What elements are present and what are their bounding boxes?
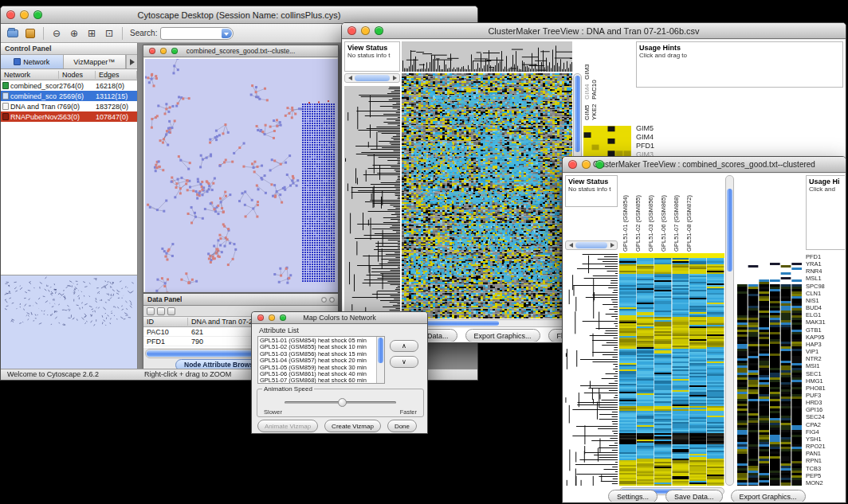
scrollbar-thumb[interactable]: [378, 338, 383, 363]
scrollbar-thumb[interactable]: [575, 242, 607, 248]
gene-label[interactable]: TCB3: [806, 465, 845, 472]
zoom-in-icon[interactable]: ⊕: [67, 26, 81, 41]
cluster-gene-label[interactable]: GIM4: [636, 133, 681, 142]
gene-label[interactable]: MON2: [806, 479, 845, 486]
gene-label[interactable]: MSI1: [806, 362, 845, 369]
gene-label[interactable]: FIG4: [806, 428, 845, 436]
gene-label[interactable]: BUD4: [806, 304, 845, 311]
control-panel-tab[interactable]: Network: [1, 55, 64, 68]
close-icon[interactable]: [257, 315, 264, 321]
minimize-icon[interactable]: [160, 48, 167, 54]
id-column-header[interactable]: ID: [143, 318, 188, 326]
gene-label[interactable]: GPI16: [806, 406, 845, 413]
network-table-header[interactable]: Edges: [96, 71, 137, 79]
heatmap-canvas[interactable]: [402, 73, 572, 318]
select-attributes-icon[interactable]: [147, 307, 155, 315]
gene-label[interactable]: HRD3: [806, 399, 845, 406]
attribute-list[interactable]: GPL51-01 (GSM854) heat shock 05 minGPL51…: [257, 336, 385, 384]
open-session-icon[interactable]: [6, 26, 20, 41]
column-header-label[interactable]: GPL51-06 (GSM865): [660, 195, 667, 252]
scrollbar-thumb[interactable]: [727, 189, 732, 272]
slider-knob[interactable]: [338, 398, 347, 407]
minimize-icon[interactable]: [20, 10, 29, 19]
gene-label[interactable]: HAP3: [806, 341, 845, 348]
scroll-right-icon[interactable]: [391, 74, 399, 82]
gene-label[interactable]: PFD1: [806, 253, 845, 260]
scroll-left-icon[interactable]: [566, 241, 575, 249]
scrollbar-thumb[interactable]: [355, 75, 390, 81]
dialog-button[interactable]: Animate Vizmap: [257, 420, 318, 432]
network-overview-canvas[interactable]: [1, 275, 136, 368]
gene-label[interactable]: ELG1: [806, 311, 845, 318]
tab-overflow-icon[interactable]: [126, 55, 137, 68]
main-titlebar[interactable]: Cytoscape Desktop (Session Name: collins…: [1, 6, 477, 24]
gene-label[interactable]: YKE2: [591, 104, 598, 120]
close-icon[interactable]: [6, 10, 15, 19]
animation-speed-slider[interactable]: [285, 397, 396, 407]
column-header-label[interactable]: GPL51-03 (GSM856): [647, 195, 654, 252]
gene-label[interactable]: PAC10: [591, 80, 598, 100]
gene-label[interactable]: RNR4: [806, 268, 845, 275]
minimize-icon[interactable]: [269, 315, 275, 321]
gene-label[interactable]: GIM3: [583, 64, 591, 80]
float-panel-icon[interactable]: [321, 297, 327, 303]
treeview1-titlebar[interactable]: ClusterMaker TreeView : DNA and Tran 07-…: [342, 23, 846, 39]
search-input[interactable]: [160, 27, 234, 40]
column-header-label[interactable]: GPL51-02 (GSM855): [634, 195, 642, 252]
selection-heatmap-canvas[interactable]: [737, 263, 803, 486]
treeview2-titlebar[interactable]: ClusterMaker TreeView : combined_scores_…: [563, 157, 846, 173]
gene-label[interactable]: GIM4: [583, 84, 591, 100]
treeview-button[interactable]: Save Data...: [665, 490, 723, 502]
network-canvas[interactable]: [145, 59, 338, 292]
scrollbar-thumb[interactable]: [147, 350, 257, 357]
gene-label[interactable]: YSH1: [806, 436, 845, 443]
cluster-gene-label[interactable]: PFD1: [636, 142, 681, 150]
row-dendrogram-canvas[interactable]: [565, 253, 618, 486]
gene-label[interactable]: YRA1: [806, 260, 845, 268]
gene-label[interactable]: KAP95: [806, 334, 845, 341]
dialog-button[interactable]: Done: [387, 420, 417, 432]
gene-label[interactable]: VIP1: [806, 348, 845, 355]
network-row[interactable]: DNA and Tran 07 769(0) 183728(0): [1, 101, 137, 111]
column-header-label[interactable]: GPL51-01 (GSM854): [622, 195, 629, 252]
gene-label[interactable]: NTR2: [806, 355, 845, 362]
gene-label[interactable]: PUF3: [806, 392, 845, 399]
gene-label[interactable]: NIS1: [806, 297, 845, 304]
column-header-label[interactable]: GPL51-07 (GSM868): [673, 195, 680, 252]
close-icon[interactable]: [149, 48, 155, 54]
network-row[interactable]: combined_sco 2569(6) 13112(15): [1, 91, 137, 101]
gene-label[interactable]: PAN1: [806, 450, 845, 457]
scroll-left-icon[interactable]: [345, 74, 354, 82]
maximize-icon[interactable]: [595, 160, 604, 169]
heatmap-canvas[interactable]: [619, 253, 724, 486]
attribute-item[interactable]: GPL51-07 (GSM868) heat shock 60 min: [260, 377, 376, 383]
gene-label[interactable]: SEC1: [806, 370, 845, 377]
dialog-titlebar[interactable]: Map Colors to Network: [252, 312, 427, 324]
gene-label[interactable]: CLN1: [806, 290, 845, 297]
close-icon[interactable]: [568, 160, 577, 169]
minimize-icon[interactable]: [582, 160, 591, 169]
network-view-titlebar[interactable]: combined_scores_good.txt--cluste...: [143, 45, 338, 57]
close-panel-icon[interactable]: [329, 297, 335, 303]
gene-label[interactable]: PEP5: [806, 472, 845, 479]
scroll-right-icon[interactable]: [608, 241, 617, 249]
move-down-button[interactable]: ∨: [390, 356, 418, 368]
dendrogram-hscrollbar[interactable]: [344, 73, 400, 83]
network-row[interactable]: RNAPuberNov2 563(0) 107847(0): [1, 111, 137, 122]
treeview-button[interactable]: Export Graphics...: [731, 490, 806, 502]
close-icon[interactable]: [347, 26, 356, 35]
gene-label[interactable]: RPO21: [806, 443, 845, 450]
zoom-fit-icon[interactable]: ⊡: [102, 26, 116, 41]
attribute-batch-icon[interactable]: [167, 307, 175, 315]
minimize-icon[interactable]: [361, 26, 370, 35]
gene-label[interactable]: GIM5: [583, 104, 591, 120]
network-row[interactable]: combined_scores 2764(0) 16218(0): [1, 80, 137, 91]
maximize-icon[interactable]: [375, 26, 383, 35]
heatmap-vscrollbar[interactable]: [725, 175, 734, 486]
zoom-out-icon[interactable]: ⊖: [49, 26, 64, 41]
network-table-header[interactable]: Nodes: [59, 71, 96, 79]
column-header-label[interactable]: GPL51-08 (GSM872): [685, 195, 693, 252]
gene-label[interactable]: MAK31: [806, 318, 845, 326]
maximize-icon[interactable]: [33, 10, 42, 19]
scrollbar-thumb[interactable]: [575, 76, 580, 152]
